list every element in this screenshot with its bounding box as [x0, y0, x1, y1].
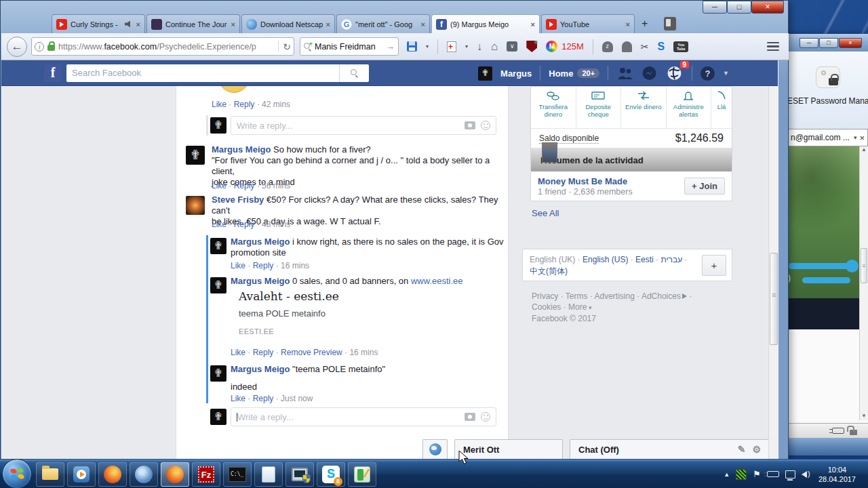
save-dropdown-icon[interactable]: ▾ [426, 43, 429, 49]
notifications-globe-icon[interactable]: 9 [667, 66, 684, 81]
footer-link[interactable]: Advertising [594, 291, 641, 301]
reply-link[interactable]: Reply [234, 100, 262, 109]
bg-window-titlebar[interactable]: ─ □ × [787, 34, 868, 52]
comment-author[interactable]: Steve Frisby [212, 195, 264, 205]
see-all-link[interactable]: See All [532, 208, 559, 218]
language-link[interactable]: עברית [660, 255, 687, 264]
page-scrollbar[interactable]: ▲ [768, 60, 778, 459]
account-selector[interactable]: n@gmail.com ... ▾ × [787, 129, 868, 146]
ad-action-alerts[interactable]: Administre alertas [667, 87, 712, 128]
scrollbar-thumb[interactable] [770, 253, 778, 345]
video-slider-knob[interactable] [846, 260, 859, 272]
taskbar-clock[interactable]: 10:04 28.04.2017 [813, 465, 861, 484]
comment-author[interactable]: Margus Meigo [231, 364, 290, 374]
new-message-icon[interactable]: ✎ [738, 444, 746, 455]
reply-link[interactable]: Reply [234, 181, 262, 190]
tray-action-center-flag-icon[interactable]: ⚑ [753, 469, 761, 479]
footer-link[interactable]: Privacy [532, 291, 566, 301]
avatar[interactable]: ✟ [186, 146, 205, 165]
skype-extension-icon[interactable]: S [658, 41, 665, 53]
video-slider-track[interactable] [789, 263, 850, 269]
emoji-icon[interactable] [481, 412, 490, 422]
tab-facebook-active[interactable]: f (9) Margus Meigo × [431, 14, 540, 33]
minimize-button[interactable]: ─ [703, 1, 727, 14]
write-reply-box[interactable]: Write a reply... [231, 407, 496, 426]
tab-download-netscape[interactable]: Download Netscap × [241, 14, 335, 33]
video-preview[interactable]: ))) [787, 146, 868, 298]
tab-close-icon[interactable]: × [421, 20, 425, 28]
bookmark-addon-icon[interactable] [447, 41, 456, 52]
ad-action-call[interactable]: Llá [711, 87, 732, 128]
search-engine-value[interactable]: Manis Freidman [315, 42, 383, 52]
addon-dropdown-icon[interactable]: ▾ [465, 43, 468, 49]
bg-window-scrollbar[interactable]: ▲ ≡ ▼ [859, 146, 868, 420]
taskbar-seamonkey-icon[interactable] [130, 462, 158, 487]
tab-close-icon[interactable]: × [531, 20, 535, 28]
scroll-up-icon[interactable]: ▲ [861, 146, 867, 152]
tray-expand-icon[interactable]: ▲ [724, 471, 730, 478]
scroll-down-icon[interactable]: ▼ [861, 413, 867, 419]
comment-author[interactable]: Margus Meigo [212, 144, 271, 155]
chat-status-bar[interactable]: Chat (Off) ✎ ⚙ [570, 439, 770, 459]
add-language-button[interactable]: + [702, 255, 726, 276]
ghostery-icon[interactable] [622, 41, 632, 52]
tray-network-icon[interactable] [785, 470, 795, 479]
taskbar-skype-icon[interactable]: S8 [317, 462, 345, 487]
scrollbar-thumb[interactable]: ≡ [861, 248, 867, 283]
facebook-search-button[interactable] [339, 64, 369, 82]
search-go-icon[interactable]: → [387, 42, 395, 52]
bg-maximize-button[interactable]: □ [819, 38, 838, 48]
search-engine-bar[interactable]: + Manis Freidman → [300, 37, 399, 56]
account-menu-caret-icon[interactable]: ▼ [723, 70, 729, 77]
reply-link[interactable]: Reply [234, 220, 262, 229]
profile-name-link[interactable]: Margus [500, 68, 532, 79]
tab-continue-journey[interactable]: Continue The Jour × [146, 14, 240, 33]
remove-preview-link[interactable]: Remove Preview [281, 348, 349, 357]
downloads-icon[interactable]: ↓ [477, 41, 482, 53]
screenshot-scissors-icon[interactable]: ✂ [641, 41, 649, 52]
chat-globe-button[interactable] [422, 439, 448, 459]
account-close-icon[interactable]: × [859, 133, 865, 143]
chat-tab-merit-ott[interactable]: Merit Ott [454, 439, 563, 459]
home-icon[interactable]: ⌂ [491, 40, 498, 54]
page-info-icon[interactable]: i [35, 42, 44, 52]
profile-avatar[interactable]: ✟ [478, 66, 492, 81]
reply-link[interactable]: Reply [253, 261, 281, 270]
taskbar-filezilla-icon[interactable]: Fz [192, 462, 220, 487]
close-button[interactable]: × [751, 1, 784, 14]
extension-m-icon[interactable]: M [546, 41, 557, 52]
tab-google-search[interactable]: G "merit ott" - Goog × [336, 14, 430, 33]
pocket-icon[interactable]: ∨ [507, 41, 517, 52]
bank-ad-card[interactable]: Transfiera dinero Deposite cheque Envíe … [530, 86, 732, 172]
bg-close-button[interactable]: × [839, 38, 862, 48]
tab-close-icon[interactable]: × [136, 20, 140, 28]
facebook-search-input[interactable] [66, 64, 339, 82]
extension-counter[interactable]: 125M [561, 41, 584, 52]
facebook-logo[interactable]: f [44, 64, 62, 82]
link-preview-title[interactable]: Avaleht - eesti.ee [239, 291, 339, 302]
footer-link[interactable]: Cookies [532, 302, 568, 312]
write-reply-box[interactable]: Write a reply... [231, 116, 496, 135]
like-link[interactable]: Like [231, 394, 253, 403]
maximize-button[interactable]: □ [727, 1, 751, 14]
language-link[interactable]: Eesti [635, 255, 660, 264]
taskbar-command-prompt-icon[interactable]: C:\_ [223, 462, 252, 487]
avatar[interactable]: ✟ [210, 117, 226, 134]
like-link[interactable]: Like [212, 100, 234, 109]
tab-list-icon[interactable] [664, 17, 676, 30]
reload-icon[interactable]: ↻ [278, 41, 291, 52]
taskbar-firefox-icon[interactable] [98, 462, 127, 487]
taskbar-notepad-plus-icon[interactable] [348, 462, 376, 487]
friend-requests-icon[interactable] [616, 66, 633, 81]
home-link[interactable]: Home [549, 68, 573, 79]
tab-youtube[interactable]: YouTube × [541, 14, 635, 33]
taskbar-system-monitor-icon[interactable] [285, 462, 314, 487]
tray-volume-icon[interactable] [802, 471, 807, 478]
avatar[interactable]: ✟ [210, 277, 226, 293]
like-link[interactable]: Like [212, 220, 234, 229]
tab-close-icon[interactable]: × [231, 20, 235, 28]
tab-curly-strings[interactable]: Curly Strings - × [52, 14, 145, 33]
chat-settings-gear-icon[interactable]: ⚙ [752, 444, 761, 455]
back-button[interactable]: ← [7, 37, 27, 57]
like-link[interactable]: Like [231, 261, 253, 270]
